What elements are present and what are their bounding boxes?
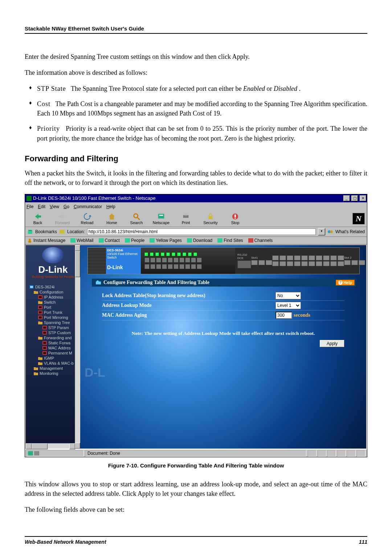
lock-address-select[interactable]: No xyxy=(275,292,301,299)
sidebar-item[interactable]: IP Address xyxy=(37,295,80,300)
scroll-left-button[interactable]: ◀ xyxy=(26,443,32,449)
link-people[interactable]: People xyxy=(125,238,144,243)
hscroll-thumb[interactable] xyxy=(32,443,48,449)
home-button[interactable]: Home xyxy=(103,212,121,225)
back-icon xyxy=(33,212,43,220)
menu-go[interactable]: Go xyxy=(64,204,69,209)
after-figure-para-2: The following fields above can be set: xyxy=(25,505,367,514)
status-icons xyxy=(308,450,366,457)
bookmark-icon xyxy=(27,229,33,234)
search-icon xyxy=(131,212,142,220)
port-row-top xyxy=(144,258,232,263)
definition-list: STP State The Spanning Tree Protocol sta… xyxy=(25,84,367,143)
hscroll-track[interactable] xyxy=(32,443,69,449)
menu-edit[interactable]: Edit xyxy=(38,204,45,209)
svg-rect-36 xyxy=(43,332,46,334)
whats-related-link[interactable]: What's Related xyxy=(335,229,365,234)
link-yellow-pages[interactable]: Yellow Pages xyxy=(150,238,182,243)
component-bar[interactable] xyxy=(26,450,84,457)
sidebar-item[interactable]: DES-3624i xyxy=(28,284,80,289)
footer-left: Web-Based Network Management xyxy=(25,539,106,545)
location-label: Location: xyxy=(67,229,85,234)
forward-button[interactable]: Forward xyxy=(53,212,72,225)
sidebar-item[interactable]: Switch xyxy=(37,300,80,305)
intro-para-1: Enter the desired Spanning Tree custom s… xyxy=(25,52,367,61)
back-button[interactable]: Back xyxy=(29,212,47,225)
svg-rect-40 xyxy=(43,347,46,349)
svg-rect-2 xyxy=(158,214,164,219)
status-cell-icon xyxy=(357,450,366,457)
link-instant-message[interactable]: Instant Message xyxy=(27,238,65,243)
sidebar-item[interactable]: Static Forwa xyxy=(41,340,80,345)
reload-button[interactable]: Reload xyxy=(78,212,96,225)
sidebar-item[interactable]: Permanent M xyxy=(41,351,80,356)
menu-file[interactable]: File xyxy=(26,204,33,209)
menu-view[interactable]: View xyxy=(50,204,59,209)
sidebar-item[interactable]: Port Trunk xyxy=(37,310,80,315)
netscape-logo-icon: N xyxy=(352,213,365,224)
print-button[interactable]: Print xyxy=(177,212,195,225)
sidebar-item[interactable]: Forwarding and xyxy=(37,335,80,340)
scroll-down-button[interactable]: ▼ xyxy=(75,443,80,449)
sidebar-frame: D-Link Building Networks for People DES-… xyxy=(26,245,80,449)
sidebar-item[interactable]: Port Mirroring xyxy=(37,315,80,320)
sidebar-item[interactable]: STP Custom xyxy=(41,330,80,335)
stop-button[interactable]: Stop xyxy=(226,212,244,225)
menu-communicator[interactable]: Communicator xyxy=(74,204,102,209)
expansion-ports xyxy=(272,255,344,266)
apply-button[interactable]: Apply xyxy=(320,340,344,347)
menubar: File Edit View Go Communicator Help xyxy=(25,202,367,211)
location-input[interactable] xyxy=(87,228,316,235)
scroll-thumb[interactable] xyxy=(75,251,80,277)
lookup-mode-select[interactable]: Level 1 xyxy=(275,302,301,309)
status-cell-icon xyxy=(308,450,317,457)
sidebar-hscrollbar[interactable]: ◀ ▶ xyxy=(26,443,75,449)
minimize-button[interactable]: _ xyxy=(343,195,350,201)
link-find-sites[interactable]: Find Sites xyxy=(217,238,243,243)
svg-rect-9 xyxy=(234,218,236,219)
page-number: 111 xyxy=(359,539,367,545)
scroll-right-button[interactable]: ▶ xyxy=(69,443,75,449)
mailbox-icon xyxy=(34,451,39,455)
sidebar-item[interactable]: Management xyxy=(32,366,80,371)
search-button[interactable]: Search xyxy=(127,212,146,225)
sidebar-item[interactable]: IGMP xyxy=(37,356,80,361)
sidebar-vscrollbar[interactable]: ▲ ▼ xyxy=(75,245,80,449)
sidebar-item[interactable]: Port xyxy=(37,305,80,310)
sidebar-item[interactable]: Monitoring xyxy=(32,371,80,376)
help-button[interactable]: ? Help xyxy=(336,280,355,285)
sidebar-item[interactable]: Spanning Tree xyxy=(37,320,80,325)
sidebar-item[interactable]: MAC Addres xyxy=(41,345,80,351)
security-button[interactable]: Security xyxy=(201,212,220,225)
close-button[interactable]: ✕ xyxy=(360,195,366,201)
netscape-window: D-Link DES-3624i 10/100 Fast Ethernet Sw… xyxy=(25,194,367,457)
panel-title: Configure Forwarding Table And Filtering… xyxy=(103,280,209,285)
forward-icon xyxy=(57,212,68,220)
location-dropdown[interactable]: ▼ xyxy=(318,228,325,235)
mac-aging-input[interactable] xyxy=(275,312,292,319)
link-download[interactable]: Download xyxy=(187,238,212,243)
menu-help[interactable]: Help xyxy=(106,204,115,209)
bookmark-item-icon xyxy=(125,238,130,243)
svg-rect-15 xyxy=(28,241,31,243)
sidebar-item[interactable]: Configuration xyxy=(32,289,80,295)
maximize-button[interactable]: ▢ xyxy=(351,195,358,201)
header-rule xyxy=(25,33,367,34)
link-contact[interactable]: Contact xyxy=(99,238,120,243)
scroll-up-button[interactable]: ▲ xyxy=(75,245,80,251)
slot2-module: Slot 2 xyxy=(344,256,365,265)
bookmarks-label[interactable]: Bookmarks xyxy=(35,229,57,234)
netscape-button[interactable]: Netscape xyxy=(152,212,170,225)
sidebar-item[interactable]: STP Param xyxy=(41,325,80,330)
window-icon xyxy=(26,196,32,201)
svg-rect-18 xyxy=(125,238,130,243)
svg-rect-16 xyxy=(70,238,75,243)
sidebar-item[interactable]: VLANs & MAC-b xyxy=(37,361,80,366)
link-webmail[interactable]: WebMail xyxy=(70,238,93,243)
device-labels: DES-3624i 10/100 Fast Ethernet Switch D-… xyxy=(106,248,141,274)
person-icon xyxy=(27,238,32,243)
led-row xyxy=(144,252,232,256)
svg-rect-34 xyxy=(43,327,46,329)
link-channels[interactable]: Channels xyxy=(248,238,273,243)
scroll-track[interactable] xyxy=(75,277,80,443)
